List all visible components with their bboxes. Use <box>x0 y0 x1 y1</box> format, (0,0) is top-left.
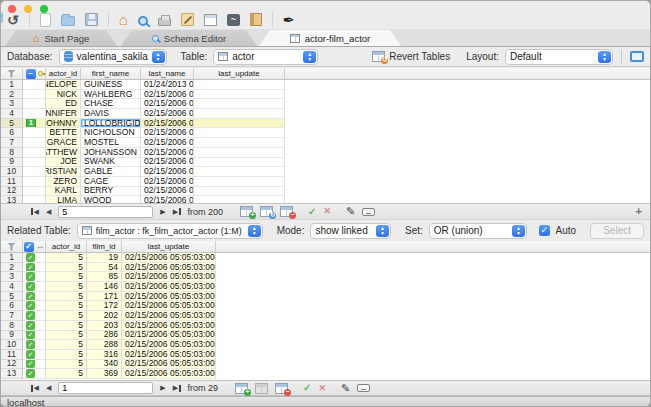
cell-last-update[interactable] <box>194 80 285 90</box>
open-folder-icon[interactable] <box>61 16 75 26</box>
cell-film-id[interactable]: 85 <box>87 272 122 282</box>
link-checkbox-cell[interactable]: ✓ <box>23 311 46 321</box>
table-row[interactable]: 13LIMAWOOD02/15/2006 04:34:33:000 <box>1 196 650 203</box>
cell-actor-id[interactable]: 5 <box>46 350 87 360</box>
record-position-input[interactable] <box>58 206 153 218</box>
table-row[interactable]: 11✓531602/15/2006 05:05:03:000 <box>1 350 650 360</box>
row-marker-cell[interactable] <box>23 138 46 148</box>
last-record-button[interactable]: ▶ <box>173 208 181 216</box>
cell-last-update[interactable] <box>194 109 285 119</box>
cell-actor-id[interactable]: 5 <box>46 292 87 302</box>
row-number-cell[interactable]: 11 <box>1 350 23 360</box>
row-marker-cell[interactable] <box>23 80 46 90</box>
cell-first-name[interactable]: SWANK <box>81 158 141 168</box>
link-checkbox-cell[interactable]: ✓ <box>23 350 46 360</box>
cell-film-id[interactable]: 202 <box>87 311 122 321</box>
row-number-cell[interactable]: 13 <box>1 369 23 379</box>
edit-record-icon[interactable]: ✎ <box>341 383 350 394</box>
row-number-cell[interactable]: 8 <box>1 148 23 158</box>
cell-last-update[interactable]: 02/15/2006 05:05:03:000 <box>122 253 216 263</box>
previous-record-button[interactable]: ◀ <box>46 384 51 392</box>
linked-check-icon[interactable]: ✓ <box>26 321 35 330</box>
linked-check-icon[interactable]: ✓ <box>26 350 35 359</box>
filter-header[interactable] <box>1 68 23 79</box>
tab-schema-editor[interactable]: Schema Editor <box>121 30 257 46</box>
column-header-actor-id[interactable]: actor_id <box>46 68 81 79</box>
cell-last-update[interactable]: 02/15/2006 05:05:03:000 <box>122 282 216 292</box>
column-header-actor-id[interactable]: actor_id <box>46 241 87 252</box>
cell-last-update[interactable]: 02/15/2006 05:05:03:000 <box>122 311 216 321</box>
cell-last-name[interactable]: 02/15/2006 04:34:33:000 <box>141 177 194 187</box>
row-marker-cell[interactable] <box>23 99 46 109</box>
cell-first-name[interactable]: BERRY <box>81 187 141 197</box>
cell-film-id[interactable]: 54 <box>87 263 122 273</box>
column-header-last-update[interactable]: last_update <box>194 68 285 79</box>
save-icon[interactable] <box>85 13 98 26</box>
table-row[interactable]: 12KARLBERRY02/15/2006 04:34:33:000 <box>1 187 650 197</box>
cell-last-update[interactable] <box>194 187 285 197</box>
cell-actor-id[interactable]: 5 <box>46 369 87 379</box>
cell-last-update[interactable] <box>194 148 285 158</box>
table-row[interactable]: 8✓520302/15/2006 05:05:03:000 <box>1 321 650 331</box>
linked-check-icon[interactable]: ✓ <box>26 369 35 378</box>
cell-last-name[interactable]: 02/15/2006 04:34:33:000 <box>141 187 194 197</box>
link-checkbox-cell[interactable]: ✓ <box>23 369 46 379</box>
cell-film-id[interactable]: 203 <box>87 321 122 331</box>
database-select[interactable]: valentina_sakila ▲▼ <box>59 49 167 65</box>
cell-first-name[interactable]: JOHANSSON <box>81 148 141 158</box>
linked-check-icon[interactable]: ✓ <box>26 301 35 310</box>
table-row[interactable]: 9✓528602/15/2006 05:05:03:000 <box>1 331 650 341</box>
cell-actor-id[interactable]: NICK <box>46 90 81 100</box>
table-row[interactable]: 4JENNIFERDAVIS02/15/2006 04:34:33:000 <box>1 109 650 119</box>
row-marker-cell[interactable] <box>23 148 46 158</box>
table-row[interactable]: 1✓51902/15/2006 05:05:03:000 <box>1 253 650 263</box>
cell-last-update[interactable] <box>194 177 285 187</box>
layout-select[interactable]: Default ▲▼ <box>505 49 613 65</box>
cell-last-update[interactable]: 02/15/2006 05:05:03:000 <box>122 350 216 360</box>
add-record-icon[interactable]: + <box>240 206 253 217</box>
filter-header[interactable] <box>1 241 23 252</box>
cell-first-name[interactable]: CAGE <box>81 177 141 187</box>
cell-last-update[interactable]: 02/15/2006 05:05:03:000 <box>122 301 216 311</box>
row-number-cell[interactable]: 1 <box>1 80 23 90</box>
table-row[interactable]: 3EDCHASE02/15/2006 04:34:33:000 <box>1 99 650 109</box>
cell-actor-id[interactable]: PENELOPE <box>46 80 81 90</box>
table-row[interactable]: 6✓517202/15/2006 05:05:03:000 <box>1 301 650 311</box>
link-checkbox-cell[interactable]: ✓ <box>23 282 46 292</box>
cell-last-update[interactable]: 02/15/2006 05:05:03:000 <box>122 321 216 331</box>
cell-last-update[interactable] <box>194 90 285 100</box>
record-editor-icon[interactable] <box>357 384 370 392</box>
cell-last-update[interactable]: 02/15/2006 05:05:03:000 <box>122 292 216 302</box>
print-icon[interactable] <box>158 18 171 26</box>
cancel-changes-icon[interactable]: ✕ <box>323 207 331 216</box>
cell-last-name[interactable]: 02/15/2006 04:34:33:000 <box>141 109 194 119</box>
cell-last-name[interactable]: 01/24/2013 01:41:44:522 <box>141 80 194 90</box>
column-header-last-update[interactable]: last_update <box>122 241 216 252</box>
cell-last-name[interactable]: 02/15/2006 04:34:33:000 <box>141 119 194 129</box>
cell-first-name[interactable]: WOOD <box>81 196 141 203</box>
table-row[interactable]: 3✓58502/15/2006 05:05:03:000 <box>1 272 650 282</box>
layout-window-icon[interactable] <box>630 51 644 62</box>
row-marker-cell[interactable] <box>23 158 46 168</box>
cell-actor-id[interactable]: 5 <box>46 253 87 263</box>
table-row[interactable]: 11ZEROCAGE02/15/2006 04:34:33:000 <box>1 177 650 187</box>
row-number-cell[interactable]: 3 <box>1 272 23 282</box>
table-row[interactable]: 7✓520202/15/2006 05:05:03:000 <box>1 311 650 321</box>
cell-first-name[interactable]: WAHLBERG <box>81 90 141 100</box>
cell-actor-id[interactable]: ED <box>46 99 81 109</box>
duplicate-record-icon[interactable] <box>255 383 268 394</box>
row-number-cell[interactable]: 5 <box>1 292 23 302</box>
select-all-header[interactable]: − <box>23 68 46 79</box>
link-checkbox-cell[interactable]: ✓ <box>23 340 46 350</box>
row-number-cell[interactable]: 4 <box>1 282 23 292</box>
cell-film-id[interactable]: 19 <box>87 253 122 263</box>
cell-last-update[interactable]: 02/15/2006 05:05:03:000 <box>122 360 216 370</box>
cell-film-id[interactable]: 369 <box>87 369 122 379</box>
table-row[interactable]: 10✓528802/15/2006 05:05:03:000 <box>1 340 650 350</box>
activity-icon[interactable]: ~ <box>227 14 240 26</box>
revert-tables-button[interactable]: ↺ Revert Tables <box>372 51 450 62</box>
edit-record-icon[interactable]: ✎ <box>346 206 355 217</box>
row-number-cell[interactable]: 10 <box>1 167 23 177</box>
linked-check-icon[interactable]: ✓ <box>26 331 35 340</box>
row-number-cell[interactable]: 9 <box>1 331 23 341</box>
